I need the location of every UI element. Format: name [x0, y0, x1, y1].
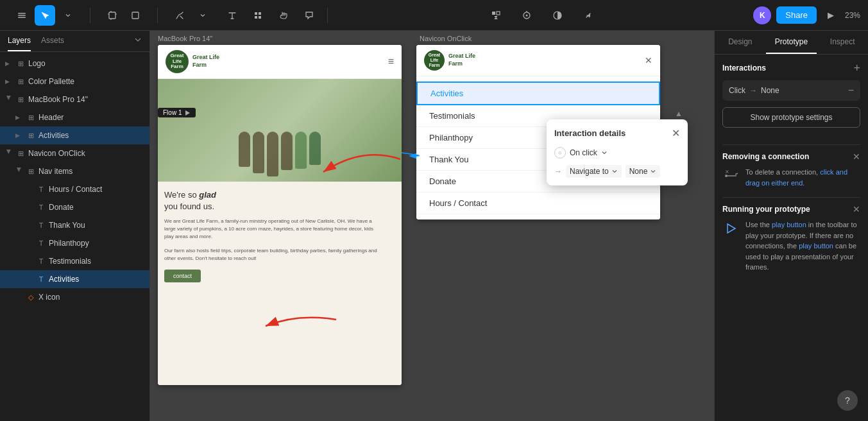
- hand-tool-btn[interactable]: [273, 5, 294, 26]
- layer-nav-items[interactable]: ▶ ⊞ Nav items: [0, 162, 149, 180]
- left-panel-tabs: Layers Assets: [0, 31, 149, 52]
- components-btn[interactable]: [248, 5, 268, 26]
- right-panel-tabs: Design Prototype Inspect: [715, 31, 868, 55]
- layer-macbook[interactable]: ▶ ⊞ MacBook Pro 14": [0, 90, 149, 108]
- layer-thank-you[interactable]: ▶ T Thank You: [0, 216, 149, 234]
- pen-dropdown-btn[interactable]: [192, 5, 213, 26]
- layer-activities-nav[interactable]: ▶ T Activities: [0, 270, 149, 288]
- layer-label: Color Pallette: [28, 77, 74, 86]
- svg-rect-9: [255, 12, 257, 15]
- add-interaction-btn[interactable]: +: [853, 62, 860, 74]
- interaction-type-label: Click: [729, 86, 745, 95]
- popup-close-btn[interactable]: ✕: [672, 127, 680, 139]
- layer-x-icon[interactable]: ▶ ◇ X icon: [0, 288, 149, 306]
- color-mode-btn[interactable]: [547, 5, 568, 26]
- layer-donate[interactable]: ▶ T Donate: [0, 198, 149, 216]
- toolbar-sep-3: [327, 8, 328, 23]
- frame-tool-btn[interactable]: [102, 5, 123, 26]
- layer-navicon[interactable]: ▶ ⊞ Navicon OnClick: [0, 144, 149, 162]
- site-text-content: We're so gladyou found us. We are Great …: [164, 189, 380, 293]
- nav-logo-text: Great LifeFarm: [448, 53, 475, 67]
- removing-connection-close-btn[interactable]: ✕: [853, 151, 860, 162]
- show-prototype-settings-btn[interactable]: Show prototype settings: [722, 107, 860, 128]
- nav-item-activities[interactable]: Activities: [416, 82, 660, 105]
- toolbar-right: K Share ▶ 23%: [753, 6, 860, 24]
- canvas-area[interactable]: MacBook Pro 14" Flow 1 GreatLifeFarm: [150, 31, 714, 421]
- tab-assets[interactable]: Assets: [41, 36, 64, 51]
- pen-tool-btn[interactable]: [169, 5, 190, 26]
- layer-color-palette[interactable]: ▶ ⊞ Color Pallette: [0, 73, 149, 90]
- remove-interaction-btn[interactable]: −: [848, 85, 854, 96]
- layer-header[interactable]: ▶ ⊞ Header: [0, 108, 149, 126]
- popup-collapse-btn[interactable]: ▲: [675, 109, 683, 118]
- tab-inspect[interactable]: Inspect: [817, 31, 868, 54]
- tab-prototype[interactable]: Prototype: [766, 31, 817, 54]
- text-icon: T: [36, 221, 46, 229]
- text-icon: T: [36, 275, 46, 283]
- select-dropdown-btn[interactable]: [58, 5, 78, 26]
- interaction-arrow: →: [749, 86, 757, 95]
- toolbar-sep-2: [157, 8, 158, 23]
- flow-play-icon[interactable]: [184, 110, 191, 116]
- trigger-label: On click: [570, 148, 597, 157]
- tab-design[interactable]: Design: [715, 31, 766, 54]
- navigate-to-select[interactable]: Navigate to: [566, 165, 622, 178]
- auto-layout-btn[interactable]: [516, 5, 537, 26]
- trigger-dropdown-icon[interactable]: [601, 150, 608, 156]
- interaction-value-label: None: [761, 86, 844, 95]
- tab-layers[interactable]: Layers: [8, 36, 31, 51]
- contact-button[interactable]: contact: [164, 270, 201, 282]
- text-tool-btn[interactable]: [222, 5, 243, 26]
- action-dropdown-icon[interactable]: [611, 168, 618, 175]
- shape-tool-btn[interactable]: [125, 5, 146, 26]
- layer-philanthopy[interactable]: ▶ T Philanthopy: [0, 234, 149, 252]
- person-6: [309, 132, 321, 165]
- canvas-scroll[interactable]: MacBook Pro 14" Flow 1 GreatLifeFarm: [150, 31, 714, 421]
- nav-close-icon[interactable]: ✕: [645, 55, 652, 65]
- play-button[interactable]: ▶: [822, 6, 840, 24]
- text-icon: T: [36, 257, 46, 265]
- text-icon: T: [36, 239, 46, 247]
- left-panel: Layers Assets ▶ ⊞ Logo ▶ ⊞ Color Pallett…: [0, 31, 150, 421]
- share-button[interactable]: Share: [776, 6, 817, 24]
- hamburger-icon[interactable]: ≡: [388, 56, 394, 67]
- svg-text:⨯: ⨯: [725, 169, 729, 175]
- svg-rect-2: [18, 17, 26, 18]
- layer-testimonials[interactable]: ▶ T Testimonials: [0, 252, 149, 270]
- user-avatar[interactable]: K: [753, 6, 771, 24]
- layer-hours-contact[interactable]: ▶ T Hours / Contact: [0, 180, 149, 198]
- zoom-level[interactable]: 23%: [845, 11, 860, 20]
- layer-logo[interactable]: ▶ ⊞ Logo: [0, 55, 149, 73]
- nav-logo: GreatLifeFarm Great LifeFarm: [424, 50, 475, 71]
- popup-title: Interaction details: [554, 128, 625, 138]
- nav-logo-image: GreatLifeFarm: [424, 50, 445, 71]
- logo-image: GreatLifeFarm: [166, 50, 189, 73]
- layers-list: ▶ ⊞ Logo ▶ ⊞ Color Pallette ▶ ⊞ MacBook …: [0, 52, 149, 421]
- layer-label: Donate: [49, 203, 74, 212]
- help-button[interactable]: ?: [837, 390, 858, 411]
- layer-label: Nav items: [38, 167, 72, 176]
- layer-label: Thank You: [49, 221, 85, 230]
- page-dropdown-icon: [134, 36, 142, 44]
- text-icon: T: [36, 185, 46, 193]
- layer-activities-main[interactable]: ▶ ⊞ Activities: [0, 126, 149, 144]
- link-btn[interactable]: [578, 5, 599, 26]
- comment-tool-btn[interactable]: [299, 5, 319, 26]
- destination-select[interactable]: None: [625, 165, 661, 178]
- layer-label: Philanthopy: [49, 239, 89, 248]
- logo-text: Great LifeFarm: [192, 54, 219, 69]
- component-nav-btn[interactable]: [486, 5, 506, 26]
- popup-action: → Navigate to None: [554, 165, 680, 178]
- destination-dropdown-icon[interactable]: [650, 168, 656, 175]
- hero-people: [239, 132, 321, 182]
- nav-item-hours-contact[interactable]: Hours / Contact: [416, 193, 660, 214]
- running-prototype-title: Running your prototype: [722, 205, 810, 214]
- select-tool-btn[interactable]: [35, 5, 55, 26]
- svg-point-17: [525, 14, 527, 16]
- frame-icon: ⊞: [26, 132, 36, 140]
- running-prototype-icon: [722, 219, 740, 237]
- running-prototype-close-btn[interactable]: ✕: [853, 204, 860, 214]
- main-menu-btn[interactable]: [12, 5, 32, 26]
- interaction-row[interactable]: Click → None −: [722, 80, 860, 101]
- running-prototype-text: Use the play button in the toolbar to pl…: [745, 219, 860, 273]
